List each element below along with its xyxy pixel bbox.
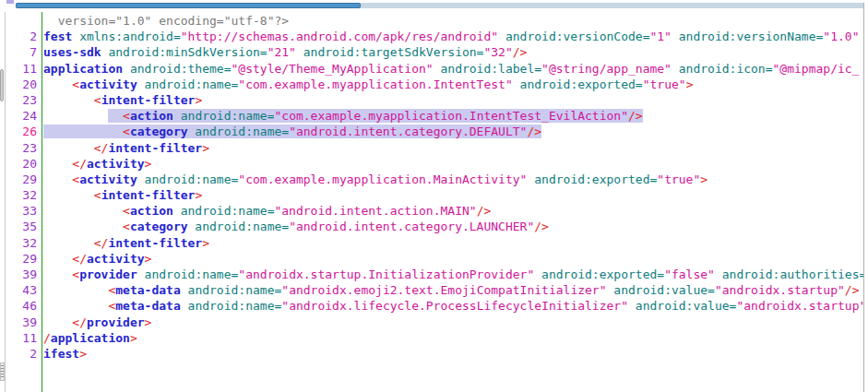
line-number: 46 (6, 298, 37, 314)
line-number: 2 (6, 346, 37, 362)
line-number: 11 (6, 330, 37, 346)
line-number: 39 (6, 267, 37, 282)
code-line[interactable]: <provider android:name="androidx.startup… (43, 267, 863, 282)
code-line[interactable]: </activity> (43, 156, 863, 172)
line-number: 32 (6, 187, 37, 203)
code-line[interactable]: fest xmlns:android="http://schemas.andro… (43, 29, 863, 44)
editor-window: 271120232426232029323335322939434639112 … (0, 0, 868, 392)
line-number: 35 (6, 219, 37, 234)
grip-dots-icon (1, 365, 4, 378)
code-line[interactable]: <intent-filter> (43, 92, 863, 108)
line-number: 23 (6, 92, 37, 108)
code-line[interactable]: <intent-filter> (43, 187, 863, 203)
code-line[interactable]: <category android:name="android.intent.c… (43, 124, 863, 139)
code-line[interactable]: ifest> (43, 346, 863, 362)
line-number: 23 (6, 140, 37, 156)
code-editor[interactable]: 271120232426232029323335322939434639112 … (6, 12, 863, 392)
line-number (6, 13, 37, 29)
code-line[interactable]: <action android:name="android.intent.act… (43, 203, 863, 219)
vertical-scrollbar-thumb[interactable] (0, 69, 4, 101)
line-number: 33 (6, 203, 37, 219)
fold-margin-line (42, 12, 42, 392)
code-line[interactable]: <activity android:name="com.example.myap… (43, 77, 863, 92)
line-number: 2 (6, 29, 37, 44)
code-line[interactable]: /application> (43, 330, 863, 346)
code-line[interactable]: </provider> (43, 315, 863, 330)
code-line[interactable]: <category android:name="android.intent.c… (43, 219, 863, 234)
code-line[interactable]: version="1.0" encoding="utf-8"?> (43, 13, 863, 29)
line-number: 29 (6, 172, 37, 187)
line-number: 7 (6, 44, 37, 60)
code-lines[interactable]: version="1.0" encoding="utf-8"?>fest xml… (43, 13, 863, 362)
pane-border (863, 3, 864, 392)
line-number: 39 (6, 315, 37, 330)
line-number: 20 (6, 77, 37, 92)
line-number: 32 (6, 235, 37, 251)
line-number-current: 26 (6, 124, 37, 139)
line-number: 29 (6, 251, 37, 267)
line-number: 20 (6, 156, 37, 172)
horizontal-scrollbar-thumb[interactable] (16, 3, 361, 8)
code-line[interactable]: <meta-data android:name="androidx.emoji2… (43, 282, 863, 298)
code-line[interactable]: <activity android:name="com.example.myap… (43, 172, 863, 187)
line-number-gutter: 271120232426232029323335322939434639112 (6, 13, 37, 362)
horizontal-scrollbar[interactable] (0, 0, 868, 12)
scrollbar-corner-marker (6, 0, 14, 4)
splitter-grip[interactable] (0, 362, 5, 381)
horizontal-scrollbar-track[interactable] (361, 3, 863, 8)
line-number: 24 (6, 108, 37, 124)
line-number: 43 (6, 282, 37, 298)
code-line[interactable]: uses-sdk android:minSdkVersion="21" andr… (43, 44, 863, 60)
code-line[interactable]: </intent-filter> (43, 140, 863, 156)
code-line[interactable]: <action android:name="com.example.myappl… (43, 108, 863, 124)
code-line[interactable]: <meta-data android:name="androidx.lifecy… (43, 298, 863, 314)
code-line[interactable]: </activity> (43, 251, 863, 267)
code-line[interactable]: application android:theme="@style/Theme_… (43, 61, 863, 77)
line-number: 11 (6, 61, 37, 77)
code-line[interactable]: </intent-filter> (43, 235, 863, 251)
